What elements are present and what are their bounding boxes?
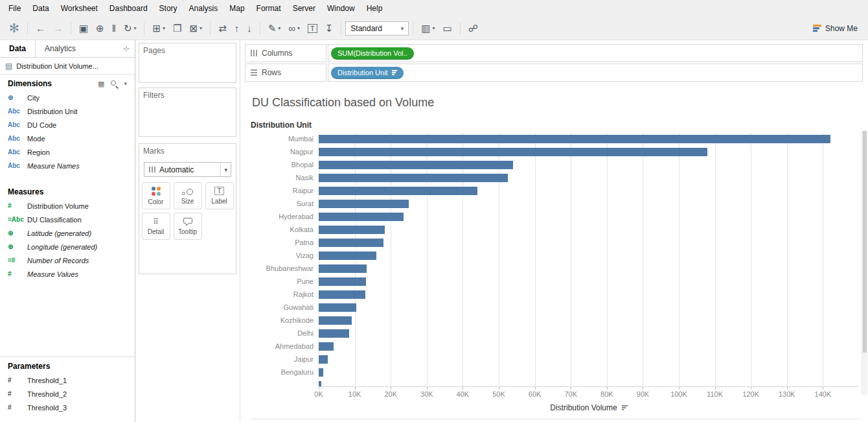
menu-item-server[interactable]: Server — [287, 1, 321, 16]
clear-sheet-icon[interactable]: ⊠▾ — [186, 21, 207, 36]
bar[interactable] — [319, 148, 707, 156]
field-threshold-1[interactable]: #Threshold_1 — [0, 373, 135, 387]
bar[interactable] — [319, 213, 404, 221]
bar[interactable] — [319, 252, 376, 260]
field-du-code[interactable]: AbcDU Code — [0, 118, 135, 132]
show-mark-labels-icon[interactable]: T — [304, 22, 321, 35]
menu-item-file[interactable]: File — [3, 1, 27, 16]
bar[interactable] — [319, 161, 513, 169]
duplicate-sheet-icon[interactable]: ❐ — [169, 21, 185, 36]
caret-down-icon: ▾ — [433, 25, 435, 31]
bar[interactable] — [319, 264, 367, 273]
pages-shelf[interactable]: Pages — [139, 43, 236, 83]
rows-shelf[interactable]: Distribution Unit — [328, 64, 863, 82]
sort-descending-icon[interactable]: ↓ — [243, 21, 256, 36]
number-icon: # — [8, 390, 27, 397]
bar[interactable] — [319, 226, 385, 234]
menu-item-story[interactable]: Story — [154, 1, 183, 16]
size-button[interactable]: Size — [174, 182, 202, 209]
new-worksheet-icon[interactable]: ⊞▾ — [148, 21, 169, 36]
show-me-button[interactable]: Show Me — [809, 21, 862, 36]
menu-item-map[interactable]: Map — [223, 1, 250, 16]
bar[interactable] — [319, 316, 352, 325]
field-threshold-2[interactable]: #Threshold_2 — [0, 387, 135, 401]
bar[interactable] — [319, 355, 328, 364]
tab-data[interactable]: Data — [0, 40, 36, 57]
field-latitude-generated[interactable]: ⊕Latitude (generated) — [0, 226, 135, 240]
undo-icon[interactable]: ← — [32, 21, 49, 36]
bar-row — [319, 262, 859, 275]
pane-menu-caret-icon[interactable]: ▾ — [124, 80, 127, 87]
sort-ascending-icon[interactable]: ↑ — [231, 21, 244, 36]
bar[interactable] — [319, 381, 321, 386]
grid-view-icon[interactable]: ▦ — [98, 80, 104, 88]
bar[interactable] — [319, 277, 366, 286]
show-hide-cards-icon[interactable]: ▥▾ — [417, 21, 439, 36]
menu-item-help[interactable]: Help — [361, 1, 389, 16]
menu-item-window[interactable]: Window — [321, 1, 361, 16]
field-distribution-volume[interactable]: #Distribution Volume — [0, 199, 135, 213]
fix-axes-icon[interactable]: ↧ — [321, 21, 337, 36]
menu-item-dashboard[interactable]: Dashboard — [104, 1, 154, 16]
group-members-icon[interactable]: ∞▾ — [284, 21, 304, 36]
tooltip-button[interactable]: Tooltip — [174, 213, 202, 240]
axis-sort-icon[interactable] — [622, 405, 628, 410]
bar-row — [319, 236, 859, 249]
field-measure-values[interactable]: #Measure Values — [0, 267, 135, 281]
bar[interactable] — [319, 342, 334, 351]
pause-updates-icon[interactable]: ‖ — [108, 21, 120, 36]
detail-button[interactable]: ⠿ Detail — [142, 213, 170, 240]
menu-item-format[interactable]: Format — [251, 1, 287, 16]
bar[interactable] — [319, 290, 365, 299]
fit-dropdown[interactable]: Standard▾ — [345, 21, 409, 36]
cards-column: Pages Filters Marks Automatic ▾ Color — [135, 40, 240, 422]
save-icon[interactable]: ▣ — [75, 21, 92, 36]
bar[interactable] — [319, 174, 508, 182]
sort-descending-icon[interactable] — [392, 70, 397, 75]
run-update-icon[interactable]: ↻▾ — [120, 21, 141, 36]
tableau-logo-icon[interactable]: ✻ — [5, 21, 23, 36]
field-longitude-generated[interactable]: ⊕Longitude (generated) — [0, 240, 135, 253]
label-button[interactable]: T Label — [205, 182, 234, 209]
field-city[interactable]: ⊕City — [0, 91, 135, 104]
bar[interactable] — [319, 303, 356, 312]
field-region[interactable]: AbcRegion — [0, 145, 135, 159]
share-workbook-icon[interactable]: ☍ — [464, 21, 482, 36]
field-mode[interactable]: AbcMode — [0, 132, 135, 145]
tab-analytics[interactable]: Analytics — [36, 40, 85, 57]
rows-pill[interactable]: Distribution Unit — [331, 67, 404, 79]
columns-shelf[interactable]: SUM(Distribution Vol.. — [328, 44, 863, 62]
bar[interactable] — [319, 135, 830, 143]
new-datasource-icon[interactable]: ⊕ — [92, 21, 108, 36]
scrollbar-thumb[interactable] — [863, 131, 867, 353]
mark-type-dropdown[interactable]: Automatic ▾ — [144, 162, 231, 177]
bar[interactable] — [319, 368, 323, 377]
bar[interactable] — [319, 329, 349, 338]
menu-item-worksheet[interactable]: Worksheet — [55, 1, 104, 16]
color-button[interactable]: Color — [142, 182, 170, 209]
vertical-scrollbar[interactable] — [862, 131, 867, 395]
field-distribution-unit[interactable]: AbcDistribution Unit — [0, 104, 135, 118]
field-number-of-records[interactable]: =#Number of Records — [0, 253, 135, 267]
columns-pill[interactable]: SUM(Distribution Vol.. — [331, 47, 414, 60]
highlight-icon[interactable]: ✎▾ — [264, 21, 285, 36]
filters-shelf[interactable]: Filters — [139, 88, 236, 137]
row-labels: MumbaiNagpurBhopalNasikRaipurSuratHydera… — [251, 132, 319, 387]
search-icon[interactable] — [110, 80, 118, 88]
bar[interactable] — [319, 239, 383, 247]
x-tickmark — [787, 387, 788, 390]
presentation-mode-icon[interactable]: ▭ — [439, 21, 456, 36]
datasource-item[interactable]: ▤ Distribution Unit Volume... — [0, 58, 135, 75]
redo-icon[interactable]: → — [49, 21, 67, 36]
x-tick-label: 100K — [670, 390, 687, 398]
row-label: Bengaluru — [251, 366, 319, 379]
menu-item-analysis[interactable]: Analysis — [183, 1, 224, 16]
menu-item-data[interactable]: Data — [27, 1, 54, 16]
bar[interactable] — [319, 200, 409, 208]
field-measure-names[interactable]: AbcMeasure Names — [0, 159, 135, 172]
pane-toggle-icon[interactable]: ⊹ — [118, 40, 135, 57]
field-threshold-3[interactable]: #Threshold_3 — [0, 401, 135, 414]
bar[interactable] — [319, 187, 477, 195]
swap-rows-columns-icon[interactable]: ⇄ — [214, 21, 231, 36]
field-du-classification[interactable]: =AbcDU Classification — [0, 213, 135, 226]
